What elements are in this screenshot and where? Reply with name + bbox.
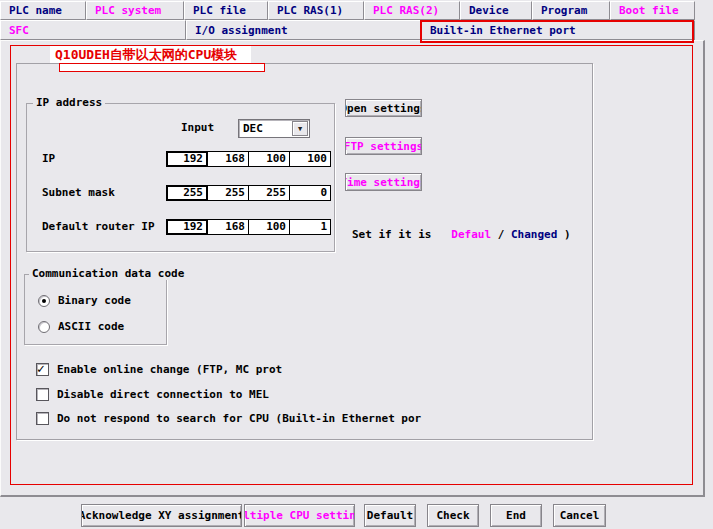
subnet-mask-fields: 255 255 255 0 — [166, 185, 331, 201]
open-settings-button[interactable]: Open settings — [345, 99, 422, 117]
multiple-cpu-settings-button[interactable]: Multiple CPU settings — [244, 504, 355, 527]
binary-code-radio[interactable] — [38, 295, 50, 307]
plc-parameter-dialog: PLC name PLC system PLC file PLC RAS(1) … — [0, 0, 713, 529]
subnet-octet-4[interactable]: 0 — [289, 185, 331, 201]
ip-address-fields: 192 168 100 100 — [166, 151, 331, 167]
tab-sfc[interactable]: SFC — [0, 20, 186, 40]
legend-changed: Changed — [511, 228, 557, 241]
annotation-underline-box — [59, 63, 265, 72]
subnet-octet-2[interactable]: 255 — [207, 185, 249, 201]
legend-prefix: Set if it is — [352, 228, 431, 241]
input-format-value: DEC — [243, 122, 263, 136]
ftp-settings-button[interactable]: FTP settings — [345, 137, 422, 155]
tab-plc-system[interactable]: PLC system — [86, 1, 184, 20]
tab-device[interactable]: Device — [460, 1, 532, 20]
chevron-down-icon[interactable]: ▼ — [292, 121, 308, 136]
tab-plc-file[interactable]: PLC file — [184, 1, 268, 20]
tab-builtin-ethernet-port[interactable]: Built-in Ethernet port — [421, 20, 695, 40]
enable-online-change-label: Enable online change (FTP, MC prot — [57, 363, 282, 376]
ip-octet-4[interactable]: 100 — [289, 151, 331, 167]
input-format-select[interactable]: DEC ▼ — [238, 119, 310, 138]
radio-dot-icon — [42, 299, 46, 303]
comm-data-code-groupbox — [24, 274, 167, 345]
tab-plc-ras1[interactable]: PLC RAS(1) — [268, 1, 364, 20]
router-octet-4[interactable]: 1 — [289, 219, 331, 235]
acknowledge-xy-assignment-button[interactable]: Acknowledge XY assignment — [81, 504, 242, 527]
default-changed-legend: Set if it is Defaul / Changed ) — [352, 228, 571, 242]
tab-plc-ras2[interactable]: PLC RAS(2) — [364, 1, 460, 20]
subnet-octet-3[interactable]: 255 — [248, 185, 290, 201]
end-button[interactable]: End — [490, 504, 542, 527]
default-router-fields: 192 168 100 1 — [166, 219, 331, 235]
ip-address-group-title: IP address — [33, 97, 105, 109]
tab-boot-file[interactable]: Boot file — [610, 1, 695, 20]
ip-octet-1[interactable]: 192 — [166, 151, 208, 167]
ascii-code-label: ASCII code — [58, 321, 124, 333]
tab-io-assignment[interactable]: I/O assignment — [186, 20, 421, 40]
default-button[interactable]: Default — [364, 504, 416, 527]
input-format-label: Input — [181, 121, 214, 135]
disable-direct-connection-checkbox[interactable]: ✓ — [36, 388, 49, 401]
ip-label: IP — [42, 152, 55, 166]
checkmark-icon: ✓ — [37, 361, 45, 376]
tab-program[interactable]: Program — [532, 1, 610, 20]
subnet-octet-1[interactable]: 255 — [166, 185, 208, 201]
router-octet-2[interactable]: 168 — [207, 219, 249, 235]
legend-default: Defaul — [451, 228, 491, 241]
router-octet-1[interactable]: 192 — [166, 219, 208, 235]
ascii-code-radio[interactable] — [38, 321, 50, 333]
no-respond-search-label: Do not respond to search for CPU (Built-… — [57, 412, 421, 425]
legend-suffix: ) — [564, 228, 571, 241]
time-settings-button[interactable]: Time settings — [345, 173, 422, 191]
ip-octet-2[interactable]: 168 — [207, 151, 249, 167]
ip-octet-3[interactable]: 100 — [248, 151, 290, 167]
no-respond-search-checkbox[interactable]: ✓ — [36, 412, 49, 425]
cancel-button[interactable]: Cancel — [553, 504, 606, 527]
annotation-title: Q10UDEH自带以太网的CPU模块 — [50, 46, 251, 63]
enable-online-change-checkbox[interactable]: ✓ — [36, 363, 49, 376]
router-octet-3[interactable]: 100 — [248, 219, 290, 235]
binary-code-label: Binary code — [58, 295, 131, 307]
disable-direct-connection-label: Disable direct connection to MEL — [57, 388, 269, 401]
tab-plc-name[interactable]: PLC name — [0, 1, 86, 20]
subnet-mask-label: Subnet mask — [42, 186, 115, 200]
comm-data-code-group-title: Communication data code — [29, 268, 187, 280]
check-button[interactable]: Check — [427, 504, 479, 527]
default-router-label: Default router IP — [42, 220, 155, 234]
